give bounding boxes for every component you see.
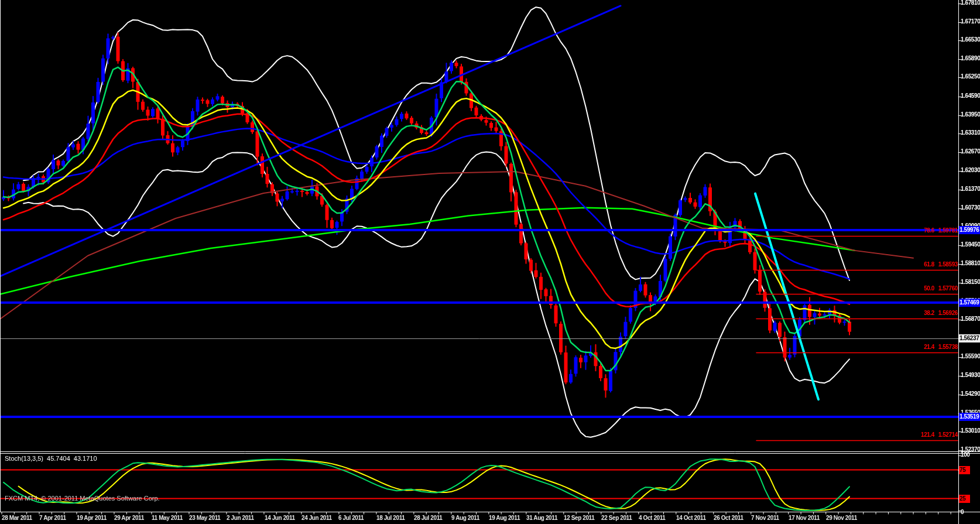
price-axis-tick-label: 1.65890 [961, 55, 980, 61]
fib-level-percent-label: 78.6 [924, 227, 934, 234]
fib-level-price-label: 1.52714 [938, 431, 958, 438]
date-label: 17 Nov 2011 [789, 515, 820, 521]
date-label: 7 Nov 2011 [751, 515, 779, 521]
chart-labels: Stoch(13,3,5)45.740443.1710 FXCM MT4, © … [0, 0, 980, 524]
date-label: 19 Aug 2011 [489, 515, 520, 521]
date-label: 11 May 2011 [152, 515, 183, 521]
date-label: 29 Nov 2011 [826, 515, 857, 521]
date-label: 31 Aug 2011 [526, 515, 557, 521]
price-axis-tick-label: 1.54290 [961, 391, 980, 397]
date-label: 29 Apr 2011 [114, 515, 144, 521]
fib-level-price-label: 1.58593 [938, 261, 958, 268]
date-label: 28 Mar 2011 [2, 515, 32, 521]
stoch-level-box: 75 [959, 466, 970, 474]
price-level-box: 1.59976 [959, 226, 980, 234]
stoch-level-box: 25 [959, 495, 970, 503]
date-label: 4 Oct 2011 [639, 515, 665, 521]
price-axis-tick-label: 1.67810 [961, 0, 980, 6]
date-label: 22 Sep 2011 [601, 515, 632, 521]
fib-level-price-label: 1.55738 [938, 344, 958, 350]
price-axis-tick-label: 1.63950 [961, 111, 980, 118]
stoch-name: Stoch(13,3,5) [5, 455, 43, 462]
price-axis-tick-label: 1.66530 [961, 36, 980, 43]
date-label: 7 Apr 2011 [39, 515, 66, 521]
date-label: 23 May 2011 [189, 515, 220, 521]
price-axis-tick-label: 1.59450 [961, 241, 980, 248]
date-label: 14 Jun 2011 [265, 515, 295, 521]
date-label: 6 Jul 2011 [338, 515, 364, 521]
stoch-scale-label: 0 [961, 509, 964, 515]
price-axis-tick-label: 1.58810 [961, 260, 980, 266]
date-label: 12 Sep 2011 [564, 515, 594, 521]
copyright-text: FXCM MT4, © 2001-2011 MetaQuotes Softwar… [5, 495, 160, 502]
price-axis-tick-label: 1.67170 [961, 18, 980, 25]
price-axis-tick-label: 1.65250 [961, 73, 980, 80]
price-axis-tick-label: 1.62030 [961, 167, 980, 173]
fib-level-percent-label: 38.2 [924, 310, 934, 316]
fib-level-percent-label: 21.4 [924, 344, 934, 350]
price-axis-tick-label: 1.64590 [961, 93, 980, 99]
price-axis-tick-label: 1.54930 [961, 372, 980, 378]
date-label: 24 Jun 2011 [301, 515, 332, 521]
price-level-box: 1.53519 [959, 413, 980, 421]
date-label: 19 Apr 2011 [77, 515, 107, 521]
stoch-d-value: 43.1710 [74, 455, 97, 462]
date-label: 18 Jul 2011 [376, 515, 405, 521]
date-label: 2 Jun 2011 [227, 515, 254, 521]
price-axis-tick-label: 1.58150 [961, 279, 980, 285]
fib-level-percent-label: 50.0 [924, 285, 934, 292]
price-axis-tick-label: 1.62670 [961, 148, 980, 155]
date-label: 14 Oct 2011 [676, 515, 706, 521]
price-level-box: 1.57469 [959, 299, 980, 307]
fib-level-price-label: 1.57760 [938, 285, 958, 292]
fib-level-price-label: 1.59781 [938, 227, 958, 234]
fib-level-percent-label: 61.8 [924, 261, 934, 268]
date-label: 9 Aug 2011 [451, 515, 479, 521]
current-price-box: 1.56237 [959, 334, 980, 343]
mt4-chart-window: Stoch(13,3,5)45.740443.1710 FXCM MT4, © … [0, 0, 980, 524]
price-axis-tick-label: 1.53010 [961, 427, 980, 434]
price-axis-tick-label: 1.61370 [961, 186, 980, 192]
fib-level-price-label: 1.56926 [938, 310, 958, 316]
price-axis-tick-label: 1.55590 [961, 353, 980, 359]
price-axis-tick-label: 1.56870 [961, 316, 980, 322]
stoch-indicator-label: Stoch(13,3,5)45.740443.1710 [5, 455, 101, 462]
stoch-scale-label: 100 [961, 451, 970, 458]
fib-level-percent-label: 121.4 [921, 431, 934, 438]
stoch-k-value: 45.7404 [47, 455, 70, 462]
price-axis-tick-label: 1.60730 [961, 204, 980, 211]
date-label: 28 Jul 2011 [414, 515, 442, 521]
price-axis-tick-label: 1.63310 [961, 129, 980, 136]
date-label: 26 Oct 2011 [714, 515, 743, 521]
